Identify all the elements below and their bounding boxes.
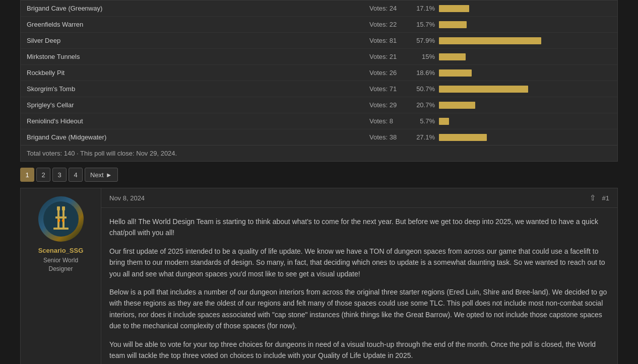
poll-bar-container [439, 69, 611, 77]
poll-bar [439, 69, 472, 77]
svg-rect-1 [57, 209, 59, 229]
poll-row-name: Rockbelly Pit [27, 69, 369, 77]
post-sidebar: Scenario_SSG Senior World Designer [21, 188, 101, 364]
poll-bar-container [439, 37, 611, 44]
post-paragraph: Hello all! The World Design Team is star… [109, 216, 609, 239]
next-button[interactable]: Next ► [85, 168, 118, 182]
page-1-button[interactable]: 1 [20, 168, 34, 182]
post-paragraph: Below is a poll that includes a number o… [109, 286, 609, 332]
poll-row: Brigand Cave (Midgewater) Votes: 38 27.1… [21, 129, 617, 145]
page-4-button[interactable]: 4 [69, 168, 83, 182]
poll-bar [439, 118, 449, 125]
poll-bar [439, 21, 467, 28]
next-label: Next [90, 171, 104, 179]
poll-row: Skorgrim's Tomb Votes: 71 50.7% [21, 81, 617, 97]
poll-bar-container [439, 21, 611, 28]
svg-rect-6 [53, 228, 69, 230]
poll-bar-container [439, 134, 611, 141]
poll-row-pct: 15.7% [410, 21, 435, 28]
poll-row-pct: 57.9% [410, 37, 435, 44]
poll-row-name: Greenfields Warren [27, 21, 369, 28]
poll-bar [439, 5, 469, 12]
poll-bar-container [439, 102, 611, 109]
poll-bar [439, 37, 541, 44]
poll-row-pct: 17.1% [410, 5, 435, 12]
poll-footer-text: Total voters: 140 · This poll will close… [27, 150, 177, 157]
poll-row-pct: 50.7% [410, 85, 435, 93]
post-header: Nov 8, 2024 ⇧ #1 [101, 188, 617, 208]
poll-row-name: Sprigley's Cellar [27, 101, 369, 109]
avatar [38, 196, 84, 242]
poll-bar-container [439, 53, 611, 60]
poll-row-votes: Votes: 38 [369, 133, 410, 141]
poll-container: Brigand Cave (Greenway) Votes: 24 17.1% … [20, 0, 618, 162]
role-line1: Senior World [43, 257, 78, 264]
post-date: Nov 8, 2024 [109, 194, 145, 202]
poll-row: Greenfields Warren Votes: 22 15.7% [21, 17, 617, 33]
poll-bar-container [439, 5, 611, 12]
poll-row-name: Silver Deep [27, 37, 369, 44]
svg-rect-4 [57, 206, 60, 210]
poll-bar-container [439, 118, 611, 125]
user-role: Senior World Designer [27, 256, 95, 273]
poll-row: Mirkstone Tunnels Votes: 21 15% [21, 49, 617, 65]
page-3-button[interactable]: 3 [52, 168, 67, 182]
svg-rect-3 [55, 216, 67, 219]
page-2-button[interactable]: 2 [36, 168, 50, 182]
post-body: Hello all! The World Design Team is star… [101, 208, 617, 364]
poll-row-votes: Votes: 21 [369, 53, 410, 60]
svg-rect-2 [62, 209, 65, 229]
post-paragraph: You will be able to vote for your top th… [109, 339, 609, 361]
poll-row-votes: Votes: 29 [369, 101, 410, 109]
poll-row-name: Brigand Cave (Midgewater) [27, 133, 369, 141]
poll-bar [439, 86, 528, 93]
poll-row-votes: Votes: 71 [369, 85, 410, 93]
svg-point-0 [43, 201, 79, 237]
svg-point-7 [58, 219, 60, 222]
post-container: Scenario_SSG Senior World Designer Nov 8… [20, 188, 618, 364]
post-content: Nov 8, 2024 ⇧ #1 Hello all! The World De… [101, 188, 617, 364]
post-paragraph: Our first update of 2025 intended to be … [109, 246, 609, 279]
poll-bar-container [439, 86, 611, 93]
poll-row-votes: Votes: 8 [369, 117, 410, 125]
poll-row-votes: Votes: 81 [369, 37, 410, 44]
poll-row-votes: Votes: 22 [369, 21, 410, 28]
role-line2: Designer [48, 265, 73, 272]
poll-row-name: Mirkstone Tunnels [27, 53, 369, 60]
svg-rect-5 [62, 206, 65, 210]
poll-row-pct: 15% [410, 53, 435, 60]
poll-row-pct: 20.7% [410, 101, 435, 109]
poll-bar [439, 53, 466, 60]
poll-row: Brigand Cave (Greenway) Votes: 24 17.1% [21, 1, 617, 17]
poll-bar [439, 102, 475, 109]
pagination: 1 2 3 4 Next ► [20, 168, 618, 182]
next-arrow-icon: ► [106, 171, 112, 179]
poll-row-name: Skorgrim's Tomb [27, 85, 369, 93]
poll-footer: Total voters: 140 · This poll will close… [21, 145, 617, 161]
poll-row-pct: 5.7% [410, 117, 435, 125]
poll-row: Rockbelly Pit Votes: 26 18.6% [21, 65, 617, 81]
poll-bar [439, 134, 487, 141]
post-number: #1 [602, 194, 609, 202]
poll-row: Silver Deep Votes: 81 57.9% [21, 33, 617, 49]
poll-row: Sprigley's Cellar Votes: 29 20.7% [21, 97, 617, 113]
username: Scenario_SSG [27, 247, 95, 254]
poll-row-votes: Votes: 24 [369, 5, 410, 12]
svg-point-8 [62, 219, 64, 222]
share-icon[interactable]: ⇧ [590, 193, 596, 202]
poll-row: Reniolind's Hideout Votes: 8 5.7% [21, 113, 617, 129]
poll-row-pct: 27.1% [410, 133, 435, 141]
poll-row-votes: Votes: 26 [369, 69, 410, 77]
poll-row-name: Reniolind's Hideout [27, 117, 369, 125]
post-actions: ⇧ #1 [590, 193, 609, 202]
poll-row-pct: 18.6% [410, 69, 435, 77]
poll-row-name: Brigand Cave (Greenway) [27, 5, 369, 12]
